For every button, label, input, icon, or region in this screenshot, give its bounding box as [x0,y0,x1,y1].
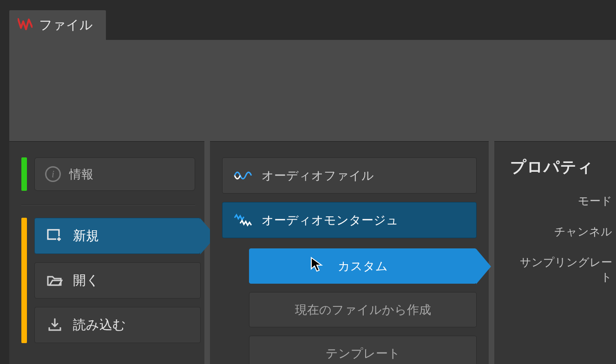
new-file-icon [46,228,64,243]
nav-import[interactable]: 読み込む [34,307,201,343]
sub-option-custom-label: カスタム [338,258,388,274]
right-pane: プロパティ モード チャンネル サンプリングレート [494,141,616,364]
tab-file[interactable]: ファイル [9,10,106,40]
divider [21,205,195,206]
properties-title: プロパティ [510,156,616,178]
nav-import-label: 読み込む [73,316,126,334]
workspace: i 情報 新規 [9,40,616,364]
option-audio-montage-label: オーディオモンタージュ [262,212,399,228]
sub-option-from-current-label: 現在のファイルから作成 [295,302,431,318]
prop-mode-label: モード [510,194,616,208]
tab-label: ファイル [39,16,93,34]
option-audio-montage[interactable]: オーディオモンタージュ [222,202,477,238]
sub-option-template[interactable]: テンプレート [249,336,477,364]
option-audio-file[interactable]: オーディオファイル [222,157,477,194]
waveform-icon [234,169,254,182]
sub-option-custom[interactable]: カスタム [249,248,477,284]
option-audio-file-label: オーディオファイル [262,168,374,184]
left-pane: i 情報 新規 [9,141,204,364]
wavelab-logo-icon [18,17,39,34]
nav-new-label: 新規 [73,227,99,245]
montage-icon [234,213,254,227]
middle-pane: オーディオファイル オーディオモンタージュ カスタム [210,141,489,364]
accent-bar-info [21,157,27,191]
sub-option-template-label: テンプレート [326,345,400,362]
accent-bar-nav [21,218,27,343]
nav-open-label: 開く [73,272,99,289]
folder-open-icon [46,273,64,288]
nav-open[interactable]: 開く [34,262,201,299]
prop-samplerate-label: サンプリングレート [510,255,616,285]
sub-option-from-current[interactable]: 現在のファイルから作成 [249,292,477,327]
nav-new[interactable]: 新規 [34,218,201,254]
import-icon [46,318,64,332]
info-button[interactable]: i 情報 [34,157,195,191]
info-label: 情報 [69,166,93,182]
prop-channel-label: チャンネル [510,224,616,239]
info-icon: i [45,166,61,182]
